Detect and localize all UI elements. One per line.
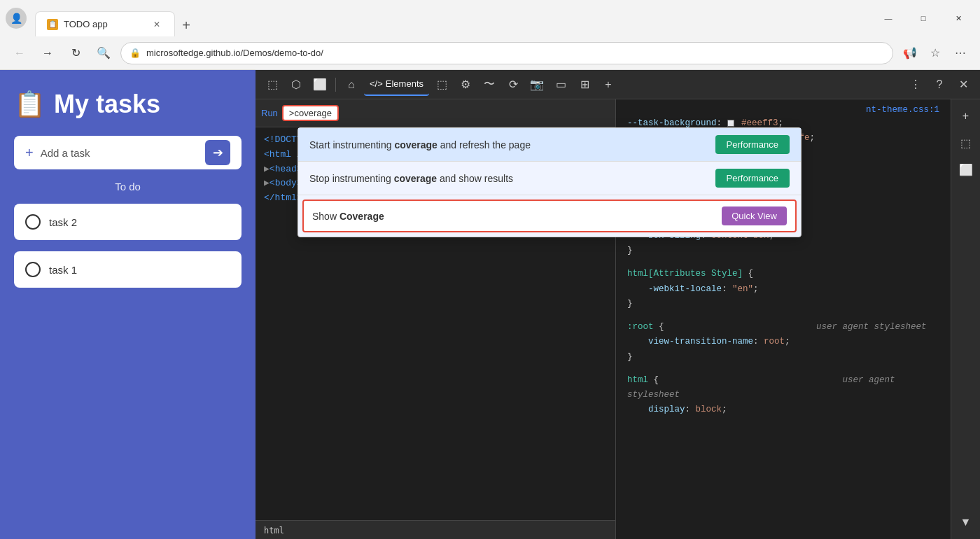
add-task-plus-icon: + bbox=[25, 145, 34, 161]
url-bar[interactable]: 🔒 microsoftedge.github.io/Demos/demo-to-… bbox=[120, 42, 893, 64]
task-item[interactable]: task 2 bbox=[14, 204, 241, 240]
panel-layout-icon[interactable]: ⬜ bbox=[309, 74, 331, 96]
back-button[interactable]: ← bbox=[8, 42, 31, 64]
new-tab-button[interactable]: + bbox=[175, 14, 197, 36]
autocomplete-item-stop-text: Stop instrumenting coverage and show res… bbox=[309, 173, 707, 184]
sources-tab-icon[interactable]: ⟳ bbox=[502, 74, 524, 96]
recorder-tab-icon[interactable]: 📷 bbox=[526, 74, 548, 96]
devtools-help-button[interactable]: ? bbox=[928, 74, 951, 96]
favorites-button[interactable]: ☆ bbox=[924, 42, 946, 64]
read-aloud-button[interactable]: 📢 bbox=[899, 42, 921, 64]
html-footer: html bbox=[255, 520, 615, 539]
minimize-button[interactable]: — bbox=[872, 7, 904, 29]
elements-tab-label: Elements bbox=[386, 78, 424, 89]
elements-tab-icon: </> bbox=[370, 78, 383, 89]
css-file-link[interactable]: nt-theme.css:1 bbox=[866, 105, 939, 115]
css-line: html { user agent stylesheet bbox=[627, 373, 939, 403]
tab-title: TODO app bbox=[64, 19, 145, 29]
breadcrumb: html bbox=[264, 526, 284, 536]
emulation-tab-icon[interactable]: 〜 bbox=[478, 74, 500, 96]
todo-app-title: My tasks bbox=[54, 90, 160, 119]
performance-tab-icon[interactable]: ⚙ bbox=[454, 74, 477, 96]
lock-icon: 🔒 bbox=[130, 48, 141, 58]
address-bar-actions: 📢 ☆ ⋯ bbox=[899, 42, 972, 64]
memory-tab-icon[interactable]: ▭ bbox=[550, 74, 572, 96]
application-tab-icon[interactable]: ⊞ bbox=[573, 74, 596, 96]
refresh-button[interactable]: ↻ bbox=[64, 42, 87, 64]
todo-app: 📋 My tasks + Add a task ➔ To do task 2 t… bbox=[0, 70, 255, 539]
devtools-more-menu[interactable]: ⋮ bbox=[904, 74, 927, 96]
more-tabs-button[interactable]: + bbox=[597, 74, 620, 96]
run-label[interactable]: Run bbox=[261, 108, 278, 118]
device-emulation-icon[interactable]: ⬡ bbox=[285, 74, 307, 96]
close-button[interactable]: ✕ bbox=[942, 7, 974, 29]
css-closing-brace: } bbox=[627, 297, 939, 312]
scroll-down-button[interactable]: ▼ bbox=[955, 511, 977, 533]
add-task-submit-button[interactable]: ➔ bbox=[205, 140, 230, 165]
autocomplete-item-stop-coverage[interactable]: Stop instrumenting coverage and show res… bbox=[298, 162, 801, 195]
stop-coverage-performance-button[interactable]: Performance bbox=[715, 169, 790, 188]
color-swatch bbox=[727, 120, 734, 127]
command-bar: Run >coverage bbox=[255, 99, 615, 127]
coverage-input-badge[interactable]: >coverage bbox=[282, 105, 339, 121]
computed-styles-button[interactable]: ⬚ bbox=[955, 132, 977, 154]
inspect-element-icon[interactable]: ⬚ bbox=[261, 74, 284, 96]
url-text: microsoftedge.github.io/Demos/demo-to-do… bbox=[146, 48, 884, 58]
devtools-toolbar: ⬚ ⬡ ⬜ ⌂ </> Elements ⬚ ⚙ 〜 ⟳ 📷 ▭ ⊞ + bbox=[255, 70, 980, 99]
devtools-left-panel: Run >coverage Start instrumenting covera… bbox=[255, 99, 616, 539]
add-style-rule-button[interactable]: + bbox=[955, 105, 977, 127]
autocomplete-popup: Start instrumenting coverage and refresh… bbox=[298, 127, 802, 237]
title-bar-controls: — □ ✕ bbox=[872, 7, 974, 29]
elements-tab[interactable]: </> Elements bbox=[364, 74, 429, 96]
active-tab[interactable]: 📋 TODO app ✕ bbox=[35, 11, 175, 36]
todo-app-icon: 📋 bbox=[14, 90, 46, 119]
task-label: task 2 bbox=[49, 216, 77, 228]
title-bar: 👤 📋 TODO app ✕ + — □ ✕ bbox=[0, 0, 980, 36]
main-content: 📋 My tasks + Add a task ➔ To do task 2 t… bbox=[0, 70, 980, 539]
url-domain: microsoftedge.github.io bbox=[146, 48, 240, 58]
network-tab-icon[interactable]: ⬚ bbox=[430, 74, 453, 96]
css-closing-brace: } bbox=[627, 350, 939, 365]
devtools-actions: ⋮ ? ✕ bbox=[904, 74, 974, 96]
tab-favicon: 📋 bbox=[47, 19, 58, 30]
account-avatar[interactable]: 👤 bbox=[6, 8, 27, 29]
start-coverage-performance-button[interactable]: Performance bbox=[715, 135, 790, 154]
search-button[interactable]: 🔍 bbox=[92, 42, 115, 64]
css-html-section: html { user agent stylesheet display: bl… bbox=[627, 373, 939, 418]
task-label: task 1 bbox=[49, 264, 77, 276]
css-html-attrs-section: html[Attributes Style] { -webkit-locale:… bbox=[627, 267, 939, 312]
show-coverage-text: Show Coverage bbox=[312, 211, 722, 222]
url-path: /Demos/demo-to-do/ bbox=[240, 48, 323, 58]
task-item[interactable]: task 1 bbox=[14, 251, 241, 288]
task-checkbox[interactable] bbox=[25, 262, 41, 277]
css-line: view-transition-name: root; bbox=[627, 335, 939, 349]
css-root-section: :root { user agent stylesheet view-trans… bbox=[627, 320, 939, 365]
css-line: display: block; bbox=[627, 402, 939, 417]
autocomplete-item-text: Start instrumenting coverage and refresh… bbox=[309, 139, 707, 150]
todo-header: 📋 My tasks bbox=[14, 84, 241, 125]
window-controls-left: 👤 bbox=[6, 8, 27, 29]
maximize-button[interactable]: □ bbox=[907, 7, 939, 29]
add-task-bar[interactable]: + Add a task ➔ bbox=[14, 136, 241, 169]
devtools-close-button[interactable]: ✕ bbox=[952, 74, 974, 96]
show-coverage-quick-view-button[interactable]: Quick View bbox=[722, 206, 787, 225]
add-task-placeholder: Add a task bbox=[41, 147, 205, 159]
tab-close-button[interactable]: ✕ bbox=[150, 18, 163, 31]
css-line: :root { user agent stylesheet bbox=[627, 320, 939, 335]
autocomplete-item-start-coverage[interactable]: Start instrumenting coverage and refresh… bbox=[298, 128, 801, 162]
address-bar: ← → ↻ 🔍 🔒 microsoftedge.github.io/Demos/… bbox=[0, 36, 980, 70]
todo-section-label: To do bbox=[14, 181, 241, 192]
browser-menu-button[interactable]: ⋯ bbox=[949, 42, 972, 64]
toolbar-divider bbox=[335, 78, 336, 92]
home-tab-icon[interactable]: ⌂ bbox=[340, 74, 363, 96]
show-coverage-item[interactable]: Show Coverage Quick View bbox=[302, 200, 797, 232]
css-line: -webkit-locale: "en"; bbox=[627, 282, 939, 297]
tab-bar: 📋 TODO app ✕ + bbox=[35, 0, 869, 36]
devtools-body: Run >coverage Start instrumenting covera… bbox=[255, 99, 980, 539]
devtools-panel: ⬚ ⬡ ⬜ ⌂ </> Elements ⬚ ⚙ 〜 ⟳ 📷 ▭ ⊞ + bbox=[255, 70, 980, 539]
forward-button[interactable]: → bbox=[36, 42, 59, 64]
css-line: html[Attributes Style] { bbox=[627, 267, 939, 281]
task-checkbox[interactable] bbox=[25, 214, 41, 230]
toggle-classes-button[interactable]: ⬜ bbox=[955, 158, 977, 181]
browser-window: 👤 📋 TODO app ✕ + — □ ✕ ← → ↻ 🔍 🔒 microso… bbox=[0, 0, 980, 539]
